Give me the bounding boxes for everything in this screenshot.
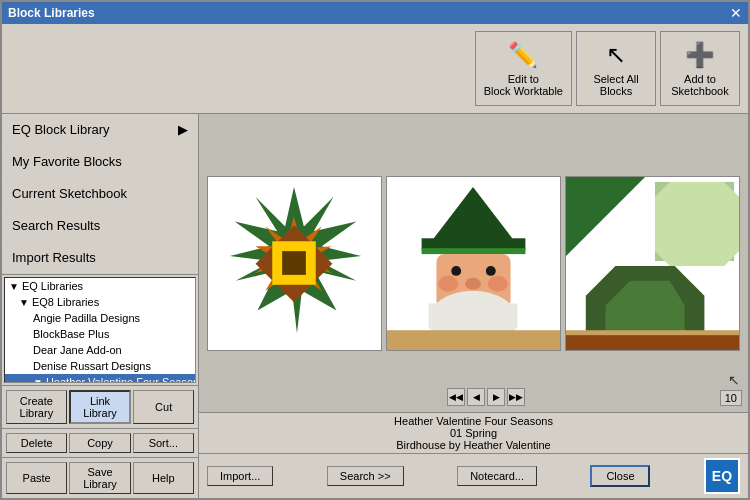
- tree-denise-russart[interactable]: Denise Russart Designs: [5, 358, 195, 374]
- block-image-1[interactable]: [207, 176, 382, 351]
- svg-point-16: [438, 275, 458, 291]
- window-title: Block Libraries: [8, 6, 95, 20]
- status-bar: Heather Valentine Four Seasons 01 Spring…: [199, 412, 748, 453]
- add-icon: ➕: [685, 41, 715, 69]
- tree-angie-padilla[interactable]: Angie Padilla Designs: [5, 310, 195, 326]
- close-window-button[interactable]: ✕: [730, 5, 742, 21]
- toolbar: ✏️ Edit toBlock Worktable ↖ Select AllBl…: [2, 24, 748, 114]
- edit-label: Edit toBlock Worktable: [484, 73, 563, 97]
- current-sketchbook-label: Current Sketchbook: [12, 186, 127, 201]
- sidebar-item-current-sketchbook[interactable]: Current Sketchbook: [2, 178, 198, 210]
- canvas-next-end-button[interactable]: ▶▶: [507, 388, 525, 406]
- link-library-button[interactable]: Link Library: [69, 390, 132, 424]
- import-button[interactable]: Import...: [207, 466, 273, 486]
- svg-rect-15: [429, 303, 518, 328]
- sidebar-item-import-results[interactable]: Import Results: [2, 242, 198, 274]
- save-library-button[interactable]: Save Library: [69, 462, 130, 494]
- block-libraries-window: Block Libraries ✕ ✏️ Edit toBlock Workta…: [0, 0, 750, 500]
- svg-rect-9: [422, 248, 526, 254]
- edit-icon: ✏️: [508, 41, 538, 69]
- bottom-buttons: Import... Search >> Notecard... Close EQ: [199, 453, 748, 498]
- canvas-prev-start-button[interactable]: ◀◀: [447, 388, 465, 406]
- paste-button[interactable]: Paste: [6, 462, 67, 494]
- svg-point-12: [486, 265, 496, 275]
- block-image-2[interactable]: [386, 176, 561, 351]
- sidebar-nav: EQ Block Library ▶ My Favorite Blocks Cu…: [2, 114, 198, 275]
- cursor-icon: ↖: [728, 372, 740, 388]
- copy-button[interactable]: Copy: [69, 433, 130, 453]
- tree-blockbase-plus[interactable]: BlockBase Plus: [5, 326, 195, 342]
- tree-eq8-libraries[interactable]: ▼ EQ8 Libraries: [5, 294, 195, 310]
- tree-heather-val-main[interactable]: ▼ Heather Valentine Four Seasons: [5, 374, 195, 383]
- select-label: Select AllBlocks: [593, 73, 638, 97]
- status-line3: Birdhouse by Heather Valentine: [396, 439, 551, 451]
- svg-point-17: [488, 275, 508, 291]
- help-button[interactable]: Help: [133, 462, 194, 494]
- select-all-blocks-button[interactable]: ↖ Select AllBlocks: [576, 31, 656, 106]
- sidebar-item-search-results[interactable]: Search Results: [2, 210, 198, 242]
- svg-marker-22: [655, 181, 739, 265]
- tree-dear-jane[interactable]: Dear Jane Add-on: [5, 342, 195, 358]
- sidebar-item-eq-block-library[interactable]: EQ Block Library ▶: [2, 114, 198, 146]
- block-canvas: ◀◀ ◀ ▶ ▶▶ 10 ↖: [199, 114, 748, 412]
- action-buttons-row3: Paste Save Library Help: [2, 457, 198, 498]
- svg-rect-18: [387, 330, 560, 350]
- expand-icon: ▼: [19, 297, 29, 308]
- import-results-label: Import Results: [12, 250, 96, 265]
- svg-rect-5: [282, 251, 306, 275]
- action-buttons-row2: Delete Copy Sort...: [2, 428, 198, 457]
- sidebar-item-my-favorite-blocks[interactable]: My Favorite Blocks: [2, 146, 198, 178]
- action-buttons-row1: Create Library Link Library Cut: [2, 385, 198, 428]
- search-button[interactable]: Search >>: [327, 466, 404, 486]
- add-label: Add toSketchbook: [671, 73, 728, 97]
- eq-block-library-label: EQ Block Library: [12, 122, 110, 137]
- chevron-right-icon: ▶: [178, 122, 188, 137]
- main-area: EQ Block Library ▶ My Favorite Blocks Cu…: [2, 114, 748, 498]
- edit-to-block-worktable-button[interactable]: ✏️ Edit toBlock Worktable: [475, 31, 572, 106]
- svg-rect-25: [566, 333, 739, 350]
- canvas-next-button[interactable]: ▶: [487, 388, 505, 406]
- title-bar: Block Libraries ✕: [2, 2, 748, 24]
- close-button[interactable]: Close: [590, 465, 650, 487]
- eq-logo: EQ: [704, 458, 740, 494]
- svg-point-11: [451, 265, 461, 275]
- search-results-label: Search Results: [12, 218, 100, 233]
- status-line1: Heather Valentine Four Seasons: [394, 415, 553, 427]
- svg-rect-26: [566, 330, 739, 335]
- sort-button[interactable]: Sort...: [133, 433, 194, 453]
- page-number: 10: [720, 390, 742, 406]
- svg-point-13: [465, 277, 481, 289]
- create-library-button[interactable]: Create Library: [6, 390, 67, 424]
- block-image-3[interactable]: [565, 176, 740, 351]
- select-icon: ↖: [606, 41, 626, 69]
- tree-eq-libraries[interactable]: ▼ EQ Libraries: [5, 278, 195, 294]
- canvas-prev-button[interactable]: ◀: [467, 388, 485, 406]
- content-area: ◀◀ ◀ ▶ ▶▶ 10 ↖ Heather Valentine Four Se…: [199, 114, 748, 498]
- sidebar-tree[interactable]: ▼ EQ Libraries ▼ EQ8 Libraries Angie Pad…: [4, 277, 196, 383]
- cut-button[interactable]: Cut: [133, 390, 194, 424]
- status-line2: 01 Spring: [450, 427, 497, 439]
- notecard-button[interactable]: Notecard...: [457, 466, 537, 486]
- expand-icon: ▼: [33, 377, 43, 384]
- delete-button[interactable]: Delete: [6, 433, 67, 453]
- add-to-sketchbook-button[interactable]: ➕ Add toSketchbook: [660, 31, 740, 106]
- my-favorite-blocks-label: My Favorite Blocks: [12, 154, 122, 169]
- sidebar: EQ Block Library ▶ My Favorite Blocks Cu…: [2, 114, 199, 498]
- expand-icon: ▼: [9, 281, 19, 292]
